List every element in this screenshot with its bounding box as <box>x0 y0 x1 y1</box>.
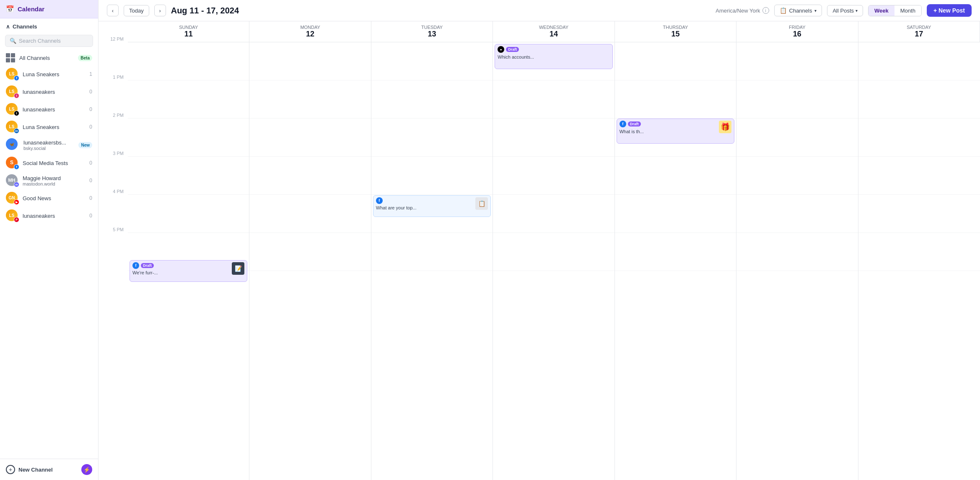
avatar: S f <box>6 157 18 169</box>
new-post-button[interactable]: + New Post <box>927 4 972 17</box>
sidebar: 📅 Calendar ∧ Channels 🔍 All Channels Bet… <box>0 0 99 480</box>
search-input[interactable] <box>19 38 88 44</box>
list-item[interactable]: GN ▶ Good News 0 <box>0 189 98 207</box>
days-header: Sunday 11 Monday 12 Tuesday 13 Wednesday… <box>128 21 980 42</box>
search-icon: 🔍 <box>10 38 16 44</box>
channel-count: 0 <box>89 213 92 219</box>
calendar-event[interactable]: f Draft What is th... 🎁 <box>617 119 734 144</box>
pinterest-badge: P <box>14 217 19 222</box>
day-header-saturday: Saturday 17 <box>858 21 980 42</box>
list-item[interactable]: LS t lunasneakers 0 <box>0 101 98 118</box>
time-column: 12 PM 1 PM 2 PM 3 PM 4 PM 5 PM <box>99 21 128 480</box>
channel-list: LS f Luna Sneakers 1 LS i lunas <box>0 65 98 225</box>
channel-name: lunasneakers <box>23 106 85 113</box>
time-label-1pm: 1 PM <box>99 75 128 113</box>
all-channels-label: All Channels <box>19 55 74 61</box>
calendar-event[interactable]: ● Draft Which accounts... <box>495 44 612 69</box>
facebook-badge: f <box>14 75 19 81</box>
month-tab[interactable]: Month <box>894 5 921 16</box>
event-text: What is th... <box>620 129 717 134</box>
date-range: Aug 11 - 17, 2024 <box>171 6 711 15</box>
channels-header-label: Channels <box>13 23 37 30</box>
time-labels: 12 PM 1 PM 2 PM 3 PM 4 PM 5 PM <box>99 36 128 265</box>
day-col-tuesday: f What are your top... 📋 <box>371 42 493 480</box>
next-button[interactable]: › <box>154 5 166 16</box>
prev-button[interactable]: ‹ <box>107 5 119 16</box>
info-icon[interactable]: i <box>762 7 769 14</box>
new-badge: New <box>78 142 92 148</box>
lightning-icon: ⚡ <box>81 464 92 475</box>
avatar: LS P <box>6 209 18 222</box>
avatar: GN ▶ <box>6 192 18 204</box>
new-channel-label: New Channel <box>18 467 78 473</box>
facebook-badge: f <box>14 164 19 170</box>
time-label-3pm: 3 PM <box>99 151 128 189</box>
avatar: 🦋 <box>6 138 19 152</box>
timezone-label: America/New York <box>716 8 760 14</box>
channels-filter-label: Channels <box>789 8 812 14</box>
list-item[interactable]: LS f Luna Sneakers 1 <box>0 65 98 83</box>
time-label-12pm: 12 PM <box>99 36 128 75</box>
list-item[interactable]: LS P lunasneakers 0 <box>0 207 98 225</box>
instagram-badge: i <box>14 93 19 98</box>
plus-icon: + <box>6 465 15 474</box>
day-header-monday: Monday 12 <box>249 21 371 42</box>
day-header-wednesday: Wednesday 14 <box>493 21 614 42</box>
day-col-monday <box>249 42 371 480</box>
search-container: 🔍 <box>0 33 98 50</box>
list-item[interactable]: MH m Maggie Howard mastodon.world 0 <box>0 172 98 189</box>
posts-filter-button[interactable]: All Posts ▾ <box>827 5 863 16</box>
channel-count: 1 <box>89 71 92 77</box>
channel-name: Social Media Tests <box>23 160 85 166</box>
event-text: Which accounts... <box>498 54 609 60</box>
channels-section: ∧ Channels 🔍 All Channels Beta LS <box>0 18 98 459</box>
channel-sub: mastodon.world <box>23 181 85 186</box>
calendar-container: 12 PM 1 PM 2 PM 3 PM 4 PM 5 PM Sunday 11 <box>99 21 980 480</box>
day-header-thursday: Thursday 15 <box>615 21 736 42</box>
avatar: LS i <box>6 85 18 98</box>
day-col-sunday: f Draft We're furr-... 📝 <box>128 42 249 480</box>
event-text: What are your top... <box>376 205 474 211</box>
collapse-icon: ∧ <box>6 23 10 30</box>
search-box: 🔍 <box>5 35 93 47</box>
all-channels-row[interactable]: All Channels Beta <box>0 50 98 65</box>
channel-count: 0 <box>89 106 92 112</box>
calendar-event[interactable]: f Draft We're furr-... 📝 <box>130 260 247 282</box>
toolbar: ‹ Today › Aug 11 - 17, 2024 America/New … <box>99 0 980 21</box>
new-channel-button[interactable]: + New Channel ⚡ <box>0 459 98 480</box>
list-item[interactable]: LS in Luna Sneakers 0 <box>0 118 98 136</box>
tiktok-badge: t <box>14 111 19 116</box>
time-label-4pm: 4 PM <box>99 189 128 227</box>
channel-name: lunasneakersbs... <box>23 139 74 146</box>
channel-sub: bsky.social <box>23 146 74 151</box>
youtube-badge: ▶ <box>14 199 19 205</box>
main-content: ‹ Today › Aug 11 - 17, 2024 America/New … <box>99 0 980 480</box>
today-button[interactable]: Today <box>124 5 149 16</box>
channel-name: lunasneakers <box>23 89 85 95</box>
list-item[interactable]: 🦋 lunasneakersbs... bsky.social New <box>0 136 98 154</box>
grid-icon <box>6 53 15 62</box>
channel-count: 0 <box>89 195 92 201</box>
day-header-friday: Friday 16 <box>736 21 858 42</box>
channel-count: 0 <box>89 89 92 95</box>
avatar: LS in <box>6 121 18 133</box>
calendar-event[interactable]: f What are your top... 📋 <box>373 195 491 217</box>
day-col-wednesday: ● Draft Which accounts... <box>493 42 614 480</box>
channel-count: 0 <box>89 124 92 130</box>
calendar-icon: 📅 <box>6 5 14 13</box>
time-label-2pm: 2 PM <box>99 113 128 151</box>
avatar: LS t <box>6 103 18 116</box>
channels-filter-button[interactable]: 📋 Channels ▾ <box>774 5 822 16</box>
day-header-sunday: Sunday 11 <box>128 21 249 42</box>
list-item[interactable]: S f Social Media Tests 0 <box>0 154 98 172</box>
avatar: LS f <box>6 68 18 80</box>
list-item[interactable]: LS i lunasneakers 0 <box>0 83 98 101</box>
event-thumbnail: 🎁 <box>719 121 731 133</box>
draft-badge: Draft <box>141 263 154 268</box>
event-text: We're furr-... <box>132 270 230 276</box>
week-tab[interactable]: Week <box>869 5 894 16</box>
channels-header[interactable]: ∧ Channels <box>0 18 98 33</box>
channel-name: Good News <box>23 195 85 201</box>
beta-badge: Beta <box>78 55 92 61</box>
draft-badge: Draft <box>628 121 641 126</box>
